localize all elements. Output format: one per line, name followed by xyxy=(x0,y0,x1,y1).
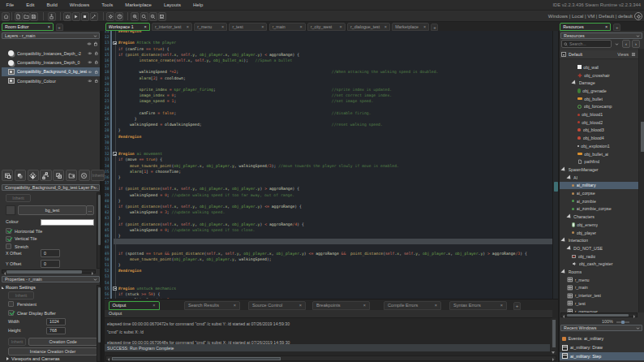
code-line[interactable]: 53 xyxy=(105,274,552,279)
output-tab-output[interactable]: Output× xyxy=(109,301,160,310)
layer-properties-header[interactable]: Compatibility_Background_0_bg_test Layer… xyxy=(2,184,100,191)
tab-resources[interactable]: Resources× xyxy=(560,23,611,32)
code-vscrollbar[interactable] xyxy=(552,31,558,299)
code-line[interactable]: 45 walkingSpeed = 0; //update walking sp… xyxy=(105,227,552,233)
tile-layer-button[interactable] xyxy=(28,170,39,181)
close-icon[interactable]: × xyxy=(496,303,503,308)
search-prev-button[interactable]: ‹ xyxy=(622,40,630,48)
fold-icon[interactable] xyxy=(113,41,117,45)
close-icon[interactable]: × xyxy=(423,24,426,29)
tab-r_city_west[interactable]: r_city_west× xyxy=(307,23,346,32)
room-properties-header[interactable]: Properties - r_main xyxy=(2,276,100,282)
tab-r_main[interactable]: r_main× xyxy=(269,23,306,32)
code-line[interactable]: 21 sprite_index = spr_player_firing; //s… xyxy=(105,87,552,93)
new-tab-button[interactable]: + xyxy=(56,24,63,32)
close-icon[interactable]: × xyxy=(229,303,236,308)
output-tab-source-control[interactable]: Source Control× xyxy=(248,301,306,310)
code-editor[interactable]: 11#endregion1213#region Attack the playe… xyxy=(105,31,552,299)
create-executable-button[interactable] xyxy=(48,12,56,21)
code-line[interactable]: 44if (point_distance(self.x, self.y, obj… xyxy=(105,222,552,227)
save-all-button[interactable] xyxy=(30,12,38,21)
code-line[interactable]: 28} xyxy=(105,127,552,133)
tree-item-obj_forcecamp[interactable]: obj_forcecamp xyxy=(560,103,638,111)
lock-icon[interactable] xyxy=(94,60,99,65)
search-input[interactable]: Search... xyxy=(561,40,612,48)
debug-button[interactable] xyxy=(63,12,71,21)
tree-item-r_menu[interactable]: r_menu xyxy=(560,276,638,284)
tree-item-obj_grenade[interactable]: obj_grenade xyxy=(560,87,638,95)
layer-row[interactable]: Compatibility_Instances_Depth_0 xyxy=(2,58,100,67)
stop-button[interactable] xyxy=(81,12,89,21)
code-line[interactable]: 32#region ai movement xyxy=(105,151,552,157)
recent-window-ai-military-draw[interactable]: ai_military: Draw xyxy=(560,343,644,352)
tab-room-editor[interactable]: Room Editor× xyxy=(2,23,54,32)
eye-icon[interactable] xyxy=(88,70,92,75)
code-line[interactable]: 55#region unstuck mechanics xyxy=(105,286,552,291)
fold-icon[interactable] xyxy=(113,152,117,156)
close-icon[interactable]: × xyxy=(430,303,437,308)
close-icon[interactable]: × xyxy=(358,303,366,308)
instance-layer-button[interactable] xyxy=(15,170,26,181)
asset-layer-button[interactable] xyxy=(53,170,64,181)
fold-icon[interactable] xyxy=(113,287,117,291)
close-icon[interactable]: × xyxy=(48,24,50,29)
code-line[interactable]: 51} xyxy=(105,262,552,268)
code-line[interactable]: 23 image_speed = 1; //set image speed. xyxy=(105,98,552,104)
tree-item-ai_zombie_corpse[interactable]: ai_zombie_corpse xyxy=(560,205,638,213)
tree-expand-icon[interactable] xyxy=(560,238,566,243)
background-layer-button[interactable] xyxy=(2,170,13,181)
output-vscrollbar[interactable] xyxy=(551,318,556,355)
code-line[interactable]: 36} xyxy=(105,175,552,180)
clean-button[interactable] xyxy=(90,12,98,21)
resources-hscrollbar[interactable] xyxy=(560,312,638,317)
close-icon[interactable]: × xyxy=(384,24,387,29)
code-line[interactable]: 15if (point_distance(self.x, self.y, obj… xyxy=(105,52,552,58)
code-line[interactable]: 43} xyxy=(105,215,552,221)
code-line[interactable]: 25 canFire = false; //disable firing. xyxy=(105,110,552,116)
code-line[interactable]: 50 move_towards_point(obj_player.x, obj_… xyxy=(105,256,552,262)
code-line[interactable]: 13#region Attack the player xyxy=(105,40,552,45)
game-options-button[interactable] xyxy=(106,12,114,21)
output-hscrollbar[interactable] xyxy=(105,356,556,362)
tree-item-obj_bullet[interactable]: obj_bullet xyxy=(560,95,638,103)
code-line[interactable]: 49if (spotted == true && point_distance(… xyxy=(105,251,552,256)
code-line[interactable]: 20 xyxy=(105,81,552,87)
room-settings-section[interactable]: Room Settings xyxy=(6,285,36,290)
tree-item-obj_bullet_ai[interactable]: obj_bullet_ai xyxy=(560,150,638,158)
tree-item-obj_blood3[interactable]: obj_blood3 xyxy=(560,127,638,135)
lock-icon[interactable] xyxy=(94,51,99,56)
target-options-icon[interactable] xyxy=(634,12,642,20)
code-line[interactable]: 37 xyxy=(105,180,552,186)
code-line[interactable]: 52#endregion xyxy=(105,268,552,274)
new-output-tab-button[interactable]: + xyxy=(513,302,521,310)
new-file-button[interactable] xyxy=(15,12,23,21)
zoom-reset-button[interactable] xyxy=(140,12,148,21)
zoom-slider[interactable] xyxy=(616,321,629,323)
lock-icon[interactable] xyxy=(94,70,99,75)
tab-r_test[interactable]: r_test× xyxy=(229,23,267,32)
close-icon[interactable]: × xyxy=(294,303,302,308)
run-button[interactable] xyxy=(72,12,80,21)
tree-folder-spawnmanager[interactable]: SpawnManager xyxy=(560,166,638,174)
code-line[interactable]: 26 } xyxy=(105,116,552,122)
tree-item-obj_blood4[interactable]: obj_blood4 xyxy=(560,134,638,142)
sprite-thumbnail[interactable] xyxy=(6,205,15,215)
code-line[interactable]: 41if (point_distance(self.x, self.y, obj… xyxy=(105,204,552,209)
colour-swatch[interactable] xyxy=(41,219,94,226)
output-tab-breakpoints[interactable]: Breakpoints× xyxy=(312,301,370,310)
zoom-out-button[interactable] xyxy=(149,12,157,21)
code-line[interactable]: 12 xyxy=(105,34,552,40)
tab-r_menu[interactable]: r_menu× xyxy=(194,23,227,32)
code-line[interactable]: 24 xyxy=(105,105,552,110)
vertical-tile-checkbox[interactable] xyxy=(6,236,11,242)
stretch-checkbox[interactable] xyxy=(6,243,11,249)
menu-layouts[interactable]: Layouts xyxy=(157,0,187,11)
tree-folder-characters[interactable]: Characters xyxy=(560,213,638,221)
inherit-button[interactable]: Inherit xyxy=(6,194,31,202)
delete-layer-button[interactable] xyxy=(79,170,90,181)
help-button[interactable] xyxy=(115,12,123,21)
tree-item-obj_radio[interactable]: obj_radio xyxy=(560,252,638,261)
close-icon[interactable]: × xyxy=(340,24,342,29)
sprite-browse-button[interactable]: ... xyxy=(86,205,94,215)
code-line[interactable]: 29#endregion xyxy=(105,134,552,140)
